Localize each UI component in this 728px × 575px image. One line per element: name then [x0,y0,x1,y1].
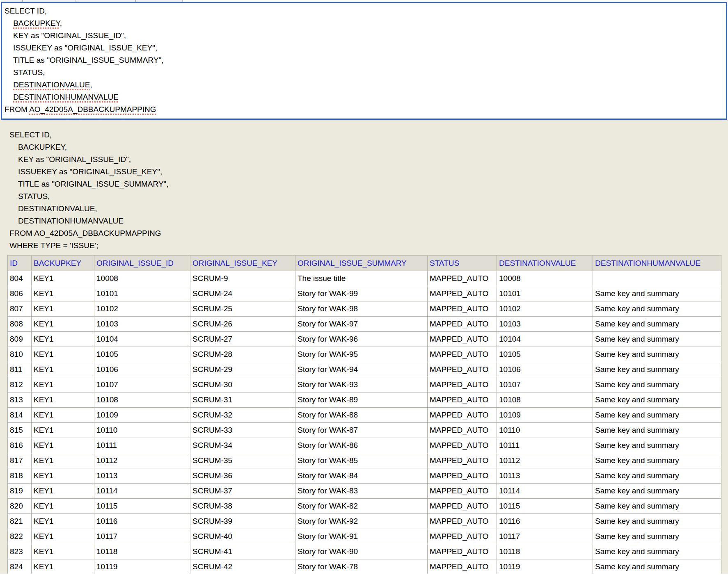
cell-original_issue_key: SCRUM-42 [190,559,295,574]
toolbar-fragment [76,0,135,2]
cell-status: MAPPED_AUTO [428,301,497,317]
cell-destinationvalue: 10101 [497,286,593,301]
table-row: 812KEY110107SCRUM-30Story for WAK-93MAPP… [8,377,721,392]
cell-id: 815 [8,423,32,438]
cell-backupkey: KEY1 [32,301,94,317]
cell-destinationvalue: 10106 [497,362,593,377]
cell-destinationhumanvalue: Same key and summary [593,332,721,347]
cell-destinationvalue: 10104 [497,332,593,347]
cell-original_issue_summary: Story for WAK-91 [295,529,428,544]
cell-backupkey: KEY1 [32,408,94,423]
cell-original_issue_summary: Story for WAK-93 [295,377,428,392]
column-header-status[interactable]: STATUS [428,256,497,271]
cell-original_issue_key: SCRUM-29 [190,362,295,377]
executed-sql-line: FROM AO_42D05A_DBBACKUPMAPPING [9,227,728,240]
executed-sql-line: ISSUEKEY as "ORIGINAL_ISSUE_KEY", [9,166,728,178]
executed-sql-line: DESTINATIONVALUE, [9,203,728,215]
table-row: 809KEY110104SCRUM-27Story for WAK-96MAPP… [8,332,721,347]
cell-backupkey: KEY1 [32,332,94,347]
cell-id: 814 [8,408,32,423]
cell-backupkey: KEY1 [32,559,94,574]
cell-id: 811 [8,362,32,377]
cell-destinationvalue: 10114 [497,484,593,499]
column-header-id[interactable]: ID [8,256,32,271]
cell-id: 821 [8,514,32,529]
cell-destinationvalue: 10107 [497,377,593,392]
cell-status: MAPPED_AUTO [428,377,497,392]
table-row: 806KEY110101SCRUM-24Story for WAK-99MAPP… [8,286,721,301]
misspelled-word: AO_42D05A_DBBACKUPMAPPING [29,105,156,114]
cell-original_issue_summary: Story for WAK-85 [295,453,428,468]
cell-id: 809 [8,332,32,347]
column-header-destinationvalue[interactable]: DESTINATIONVALUE [497,256,593,271]
cell-status: MAPPED_AUTO [428,271,497,286]
cell-destinationhumanvalue [593,271,721,286]
table-row: 807KEY110102SCRUM-25Story for WAK-98MAPP… [8,301,721,317]
cell-original_issue_id: 10114 [94,484,190,499]
cell-original_issue_summary: Story for WAK-84 [295,468,428,484]
cell-destinationvalue: 10115 [497,499,593,514]
cell-id: 820 [8,499,32,514]
cell-backupkey: KEY1 [32,271,94,286]
results-panel: SELECT ID, BACKUPKEY, KEY as "ORIGINAL_I… [0,120,728,574]
column-header-backupkey[interactable]: BACKUPKEY [32,256,94,271]
column-header-original_issue_id[interactable]: ORIGINAL_ISSUE_ID [94,256,190,271]
table-row: 814KEY110109SCRUM-32Story for WAK-88MAPP… [8,408,721,423]
cell-original_issue_id: 10110 [94,423,190,438]
cell-original_issue_key: SCRUM-39 [190,514,295,529]
cell-original_issue_summary: Story for WAK-98 [295,301,428,317]
table-row: 811KEY110106SCRUM-29Story for WAK-94MAPP… [8,362,721,377]
cell-original_issue_id: 10108 [94,392,190,408]
cell-id: 818 [8,468,32,484]
cell-destinationvalue: 10111 [497,438,593,453]
sql-statement-input[interactable]: SELECT ID, BACKUPKEY, KEY as "ORIGINAL_I… [1,2,727,120]
cell-original_issue_key: SCRUM-37 [190,484,295,499]
cell-destinationvalue: 10118 [497,544,593,559]
table-row: 808KEY110103SCRUM-26Story for WAK-97MAPP… [8,317,721,332]
cell-id: 819 [8,484,32,499]
cell-status: MAPPED_AUTO [428,529,497,544]
cell-backupkey: KEY1 [32,362,94,377]
cell-original_issue_id: 10116 [94,514,190,529]
cell-original_issue_key: SCRUM-25 [190,301,295,317]
cell-destinationvalue: 10116 [497,514,593,529]
cell-original_issue_key: SCRUM-31 [190,392,295,408]
cell-backupkey: KEY1 [32,317,94,332]
cell-destinationhumanvalue: Same key and summary [593,301,721,317]
cell-destinationhumanvalue: Same key and summary [593,286,721,301]
column-header-original_issue_key[interactable]: ORIGINAL_ISSUE_KEY [190,256,295,271]
sql-editor-line: SELECT ID, [5,5,723,17]
cell-backupkey: KEY1 [32,499,94,514]
sql-editor-line: KEY as "ORIGINAL_ISSUE_ID", [5,30,723,42]
column-header-destinationhumanvalue[interactable]: DESTINATIONHUMANVALUE [593,256,721,271]
cell-original_issue_id: 10113 [94,468,190,484]
cell-id: 823 [8,544,32,559]
cell-id: 817 [8,453,32,468]
table-row: 804KEY110008SCRUM-9The issue titleMAPPED… [8,271,721,286]
column-header-original_issue_summary[interactable]: ORIGINAL_ISSUE_SUMMARY [295,256,428,271]
toolbar-fragment [135,0,183,2]
cell-backupkey: KEY1 [32,529,94,544]
cell-status: MAPPED_AUTO [428,438,497,453]
cell-destinationvalue: 10103 [497,317,593,332]
cell-original_issue_summary: Story for WAK-99 [295,286,428,301]
cell-destinationvalue: 10113 [497,468,593,484]
toolbar-fragment [1,0,23,2]
cell-original_issue_summary: Story for WAK-78 [295,559,428,574]
cell-status: MAPPED_AUTO [428,514,497,529]
cell-original_issue_summary: Story for WAK-90 [295,544,428,559]
cell-original_issue_summary: Story for WAK-88 [295,408,428,423]
cell-status: MAPPED_AUTO [428,423,497,438]
cell-original_issue_id: 10118 [94,544,190,559]
cell-backupkey: KEY1 [32,514,94,529]
results-table: IDBACKUPKEYORIGINAL_ISSUE_IDORIGINAL_ISS… [7,255,721,574]
table-row: 818KEY110113SCRUM-36Story for WAK-84MAPP… [8,468,721,484]
cell-destinationhumanvalue: Same key and summary [593,499,721,514]
cell-id: 822 [8,529,32,544]
cell-backupkey: KEY1 [32,423,94,438]
cell-original_issue_summary: Story for WAK-97 [295,317,428,332]
cell-original_issue_summary: Story for WAK-87 [295,423,428,438]
cell-original_issue_summary: Story for WAK-86 [295,438,428,453]
sql-editor-line: DESTINATIONVALUE, [5,79,723,91]
sql-editor-line: FROM AO_42D05A_DBBACKUPMAPPING [5,103,723,116]
